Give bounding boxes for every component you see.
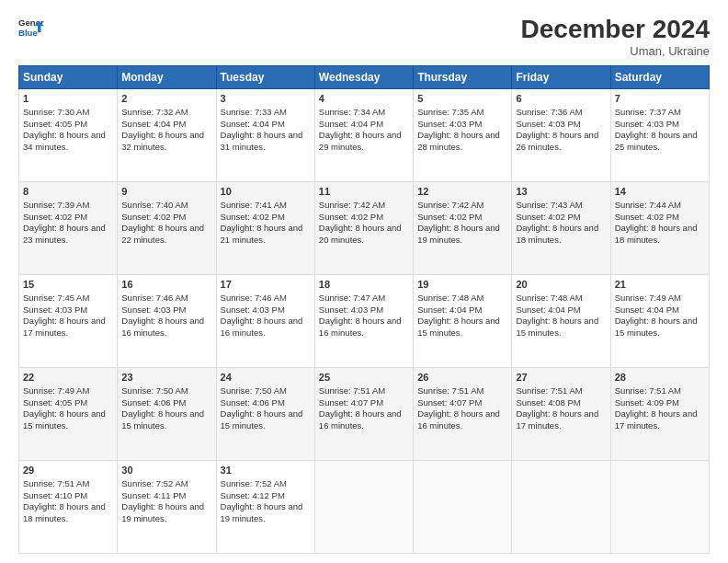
table-row: 27 Sunrise: 7:51 AM Sunset: 4:08 PM Dayl… xyxy=(512,368,610,461)
day-number: 15 xyxy=(23,278,113,292)
day-number: 20 xyxy=(516,278,606,292)
sunrise-label: Sunrise: 7:45 AM xyxy=(23,293,89,303)
daylight-label: Daylight: 8 hours and 15 minutes. xyxy=(417,316,500,338)
daylight-label: Daylight: 8 hours and 16 minutes. xyxy=(417,408,500,431)
daylight-label: Daylight: 8 hours and 22 minutes. xyxy=(121,223,204,245)
daylight-label: Daylight: 8 hours and 18 minutes. xyxy=(615,223,698,245)
table-row: 9 Sunrise: 7:40 AM Sunset: 4:02 PM Dayli… xyxy=(118,182,216,275)
table-row: 29 Sunrise: 7:51 AM Sunset: 4:10 PM Dayl… xyxy=(19,461,118,554)
daylight-label: Daylight: 8 hours and 29 minutes. xyxy=(319,130,402,152)
sunset-label: Sunset: 4:03 PM xyxy=(516,119,580,129)
sunrise-label: Sunrise: 7:50 AM xyxy=(221,385,287,396)
col-sunday: Sunday xyxy=(19,66,118,89)
day-number: 16 xyxy=(121,278,211,292)
sunrise-label: Sunrise: 7:34 AM xyxy=(319,107,385,117)
day-number: 18 xyxy=(319,278,409,292)
subtitle: Uman, Ukraine xyxy=(521,44,710,58)
day-number: 6 xyxy=(516,92,606,106)
sunrise-label: Sunrise: 7:47 AM xyxy=(319,293,385,303)
col-thursday: Thursday xyxy=(414,66,512,89)
daylight-label: Daylight: 8 hours and 19 minutes. xyxy=(417,223,500,245)
sunset-label: Sunset: 4:02 PM xyxy=(417,212,482,222)
sunrise-label: Sunrise: 7:48 AM xyxy=(516,293,582,303)
table-row: 14 Sunrise: 7:44 AM Sunset: 4:02 PM Dayl… xyxy=(610,182,709,275)
day-number: 24 xyxy=(221,371,311,385)
day-number: 4 xyxy=(319,92,409,106)
calendar-week-row: 8 Sunrise: 7:39 AM Sunset: 4:02 PM Dayli… xyxy=(19,182,710,275)
sunset-label: Sunset: 4:04 PM xyxy=(121,119,186,129)
sunrise-label: Sunrise: 7:48 AM xyxy=(417,293,483,303)
sunrise-label: Sunrise: 7:39 AM xyxy=(23,200,89,210)
table-row: 16 Sunrise: 7:46 AM Sunset: 4:03 PM Dayl… xyxy=(118,275,216,368)
sunset-label: Sunset: 4:04 PM xyxy=(319,119,383,129)
daylight-label: Daylight: 8 hours and 17 minutes. xyxy=(23,316,106,338)
day-number: 10 xyxy=(221,185,311,199)
sunrise-label: Sunrise: 7:44 AM xyxy=(615,200,681,210)
day-number: 11 xyxy=(319,185,409,199)
sunset-label: Sunset: 4:03 PM xyxy=(23,304,87,315)
daylight-label: Daylight: 8 hours and 16 minutes. xyxy=(319,316,402,338)
sunrise-label: Sunrise: 7:51 AM xyxy=(319,385,385,396)
sunset-label: Sunset: 4:02 PM xyxy=(121,212,186,222)
daylight-label: Daylight: 8 hours and 34 minutes. xyxy=(23,130,106,152)
sunrise-label: Sunrise: 7:42 AM xyxy=(417,200,483,210)
table-row: 31 Sunrise: 7:52 AM Sunset: 4:12 PM Dayl… xyxy=(216,461,314,554)
daylight-label: Daylight: 8 hours and 20 minutes. xyxy=(319,223,402,245)
logo-icon: General Blue xyxy=(18,15,44,40)
sunrise-label: Sunrise: 7:52 AM xyxy=(221,478,287,488)
col-saturday: Saturday xyxy=(610,66,709,89)
sunrise-label: Sunrise: 7:51 AM xyxy=(417,385,483,396)
sunrise-label: Sunrise: 7:32 AM xyxy=(121,107,188,117)
calendar-header-row: Sunday Monday Tuesday Wednesday Thursday… xyxy=(19,66,710,89)
day-number: 19 xyxy=(417,278,507,292)
calendar-week-row: 1 Sunrise: 7:30 AM Sunset: 4:05 PM Dayli… xyxy=(19,89,710,182)
col-tuesday: Tuesday xyxy=(216,66,314,89)
sunrise-label: Sunrise: 7:51 AM xyxy=(516,385,582,396)
sunset-label: Sunset: 4:12 PM xyxy=(221,490,285,500)
title-block: December 2024 Uman, Ukraine xyxy=(521,15,710,58)
daylight-label: Daylight: 8 hours and 28 minutes. xyxy=(417,130,500,152)
calendar-week-row: 22 Sunrise: 7:49 AM Sunset: 4:05 PM Dayl… xyxy=(19,368,710,461)
sunrise-label: Sunrise: 7:49 AM xyxy=(23,385,89,396)
table-row: 20 Sunrise: 7:48 AM Sunset: 4:04 PM Dayl… xyxy=(512,275,610,368)
sunset-label: Sunset: 4:10 PM xyxy=(23,490,87,500)
sunset-label: Sunset: 4:02 PM xyxy=(221,212,285,222)
table-row: 11 Sunrise: 7:42 AM Sunset: 4:02 PM Dayl… xyxy=(314,182,413,275)
day-number: 25 xyxy=(319,371,409,385)
sunrise-label: Sunrise: 7:51 AM xyxy=(23,478,89,488)
daylight-label: Daylight: 8 hours and 15 minutes. xyxy=(23,408,106,431)
day-number: 12 xyxy=(417,185,507,199)
sunset-label: Sunset: 4:02 PM xyxy=(23,212,87,222)
col-wednesday: Wednesday xyxy=(314,66,413,89)
day-number: 17 xyxy=(221,278,311,292)
logo: General Blue xyxy=(18,15,44,40)
table-row: 7 Sunrise: 7:37 AM Sunset: 4:03 PM Dayli… xyxy=(610,89,709,182)
day-number: 29 xyxy=(23,464,113,477)
table-row: 4 Sunrise: 7:34 AM Sunset: 4:04 PM Dayli… xyxy=(314,89,413,182)
day-number: 5 xyxy=(417,92,507,106)
daylight-label: Daylight: 8 hours and 26 minutes. xyxy=(516,130,598,152)
daylight-label: Daylight: 8 hours and 18 minutes. xyxy=(23,501,106,523)
svg-text:Blue: Blue xyxy=(18,28,38,38)
day-number: 9 xyxy=(121,185,211,199)
sunrise-label: Sunrise: 7:40 AM xyxy=(121,200,188,210)
day-number: 27 xyxy=(516,371,606,385)
table-row: 28 Sunrise: 7:51 AM Sunset: 4:09 PM Dayl… xyxy=(610,368,709,461)
sunrise-label: Sunrise: 7:50 AM xyxy=(121,385,188,396)
sunset-label: Sunset: 4:03 PM xyxy=(319,304,383,315)
sunrise-label: Sunrise: 7:46 AM xyxy=(221,293,287,303)
sunrise-label: Sunrise: 7:35 AM xyxy=(417,107,483,117)
calendar-week-row: 29 Sunrise: 7:51 AM Sunset: 4:10 PM Dayl… xyxy=(19,461,710,554)
daylight-label: Daylight: 8 hours and 19 minutes. xyxy=(121,501,204,523)
calendar-table: Sunday Monday Tuesday Wednesday Thursday… xyxy=(18,65,710,554)
table-row: 24 Sunrise: 7:50 AM Sunset: 4:06 PM Dayl… xyxy=(216,368,314,461)
main-title: December 2024 xyxy=(521,15,710,44)
table-row: 10 Sunrise: 7:41 AM Sunset: 4:02 PM Dayl… xyxy=(216,182,314,275)
header: General Blue December 2024 Uman, Ukraine xyxy=(18,15,710,58)
sunrise-label: Sunrise: 7:46 AM xyxy=(121,293,188,303)
sunset-label: Sunset: 4:08 PM xyxy=(516,397,580,408)
table-row: 13 Sunrise: 7:43 AM Sunset: 4:02 PM Dayl… xyxy=(512,182,610,275)
daylight-label: Daylight: 8 hours and 18 minutes. xyxy=(516,223,598,245)
sunset-label: Sunset: 4:03 PM xyxy=(121,304,186,315)
table-row: 2 Sunrise: 7:32 AM Sunset: 4:04 PM Dayli… xyxy=(118,89,216,182)
